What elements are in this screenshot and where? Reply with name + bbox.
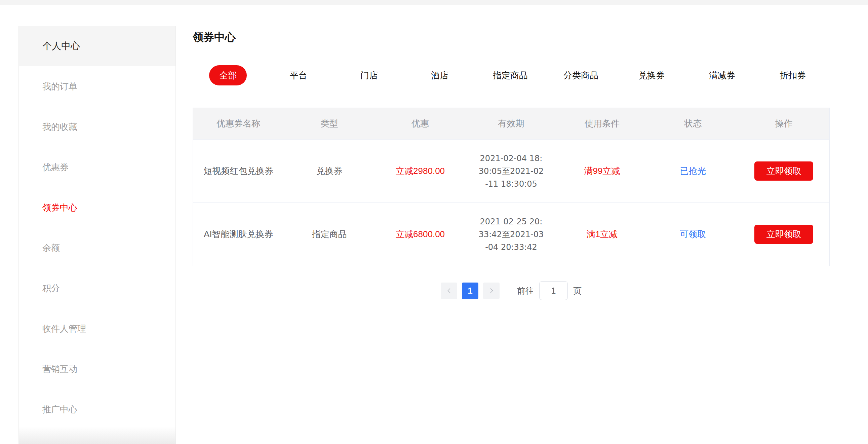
tab-exchange-coupon[interactable]: 兑换券 — [639, 65, 664, 85]
tab-discount-coupon[interactable]: 折扣券 — [780, 65, 806, 85]
coupon-name-cell: 短视频红包兑换券 — [193, 165, 284, 177]
col-header-validity: 有效期 — [466, 118, 556, 129]
tab-full-reduction-coupon[interactable]: 满减券 — [709, 65, 735, 85]
sidebar-item-marketing-interaction[interactable]: 营销互动 — [19, 349, 176, 389]
goto-page-input[interactable] — [539, 281, 568, 300]
coupon-action-cell: 立即领取 — [739, 161, 829, 181]
chevron-left-icon — [446, 287, 453, 294]
tab-store[interactable]: 门店 — [361, 65, 378, 85]
sidebar-item-my-favorites[interactable]: 我的收藏 — [19, 107, 176, 147]
goto-label: 前往 — [517, 285, 534, 296]
coupon-validity-cell: 2021-02-25 20:33:42至2021-03-04 20:33:42 — [466, 215, 556, 254]
coupon-discount-cell: 立减6800.00 — [375, 228, 466, 240]
main-content: 领券中心 全部 平台 门店 酒店 指定商品 分类商品 兑换券 满减券 折扣券 优… — [193, 26, 830, 300]
coupon-condition-cell: 满1立减 — [557, 228, 648, 240]
sidebar: 个人中心 我的订单 我的收藏 优惠券 领券中心 余额 积分 收件人管理 营销互动… — [19, 26, 176, 444]
coupon-status-cell: 已抢光 — [648, 165, 738, 177]
sidebar-item-my-orders[interactable]: 我的订单 — [19, 66, 176, 107]
validity-text: 2021-02-04 18:30:05至2021-02-11 18:30:05 — [478, 152, 544, 190]
sidebar-item-points[interactable]: 积分 — [19, 268, 176, 308]
top-bar — [0, 0, 868, 5]
pagination: 1 前往 页 — [193, 281, 830, 300]
chevron-right-icon — [488, 287, 495, 294]
sidebar-item-coupon-center[interactable]: 领券中心 — [19, 187, 176, 228]
tab-all[interactable]: 全部 — [209, 65, 247, 85]
table-row: 短视频红包兑换券 兑换券 立减2980.00 2021-02-04 18:30:… — [193, 139, 829, 203]
coupon-condition-cell: 满99立减 — [557, 165, 648, 177]
sidebar-item-coupons[interactable]: 优惠券 — [19, 147, 176, 187]
prev-page-button[interactable] — [441, 283, 457, 299]
col-header-status: 状态 — [648, 118, 738, 129]
page-unit-label: 页 — [573, 285, 582, 296]
tab-specified-goods[interactable]: 指定商品 — [493, 65, 528, 85]
coupon-validity-cell: 2021-02-04 18:30:05至2021-02-11 18:30:05 — [466, 152, 556, 190]
validity-text: 2021-02-25 20:33:42至2021-03-04 20:33:42 — [478, 215, 544, 254]
coupon-type-cell: 指定商品 — [284, 228, 374, 240]
coupon-action-cell: 立即领取 — [739, 225, 829, 244]
sidebar-nav: 我的订单 我的收藏 优惠券 领券中心 余额 积分 收件人管理 营销互动 推广中心 — [19, 66, 176, 430]
coupon-status-cell: 可领取 — [648, 228, 738, 240]
coupon-discount-cell: 立减2980.00 — [375, 165, 466, 177]
col-header-condition: 使用条件 — [557, 118, 648, 129]
sidebar-item-recipient-management[interactable]: 收件人管理 — [19, 308, 176, 349]
claim-now-button[interactable]: 立即领取 — [754, 225, 813, 244]
next-page-button[interactable] — [483, 283, 500, 299]
claim-now-button[interactable]: 立即领取 — [754, 161, 813, 181]
col-header-discount: 优惠 — [375, 118, 466, 129]
tab-platform[interactable]: 平台 — [290, 65, 307, 85]
col-header-type: 类型 — [284, 118, 374, 129]
table-row: AI智能测肤兑换券 指定商品 立减6800.00 2021-02-25 20:3… — [193, 203, 829, 266]
sidebar-item-balance[interactable]: 余额 — [19, 228, 176, 268]
sidebar-header-label: 个人中心 — [42, 40, 80, 53]
coupon-name-cell: AI智能测肤兑换券 — [193, 228, 284, 240]
sidebar-item-promotion-center[interactable]: 推广中心 — [19, 389, 176, 430]
current-page-button[interactable]: 1 — [462, 283, 478, 299]
sidebar-header: 个人中心 — [19, 26, 176, 66]
tab-category-goods[interactable]: 分类商品 — [563, 65, 598, 85]
col-header-coupon-name: 优惠券名称 — [193, 118, 284, 129]
col-header-action: 操作 — [739, 118, 829, 129]
page-title: 领券中心 — [193, 29, 830, 45]
coupon-type-cell: 兑换券 — [284, 165, 374, 177]
coupon-table: 优惠券名称 类型 优惠 有效期 使用条件 状态 操作 短视频红包兑换券 兑换券 … — [193, 108, 830, 266]
coupon-type-tabs: 全部 平台 门店 酒店 指定商品 分类商品 兑换券 满减券 折扣券 — [193, 65, 828, 85]
table-header-row: 优惠券名称 类型 优惠 有效期 使用条件 状态 操作 — [193, 108, 829, 139]
tab-hotel[interactable]: 酒店 — [431, 65, 448, 85]
